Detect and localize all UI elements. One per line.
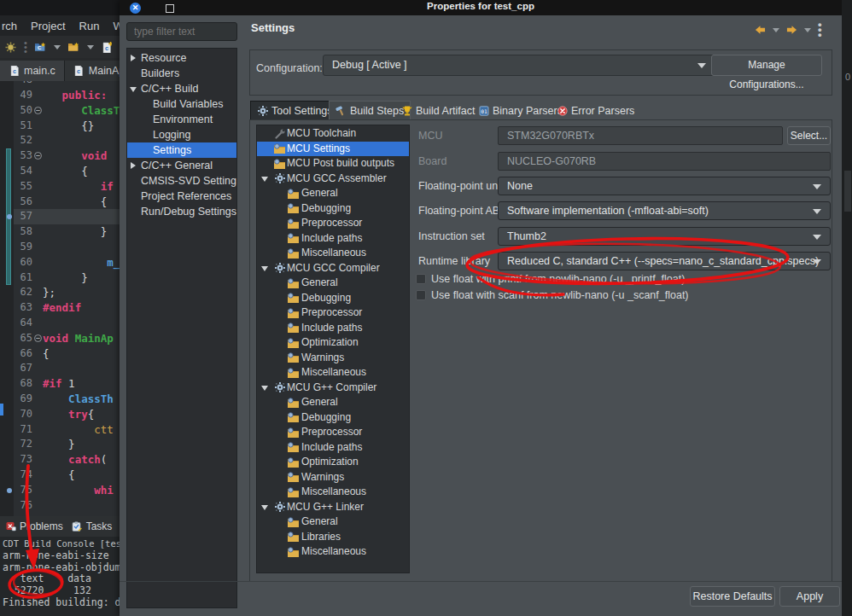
tree-caret-icon[interactable]	[261, 177, 268, 182]
code-line-69: 69 ClassTh	[0, 392, 120, 407]
filter-input[interactable]	[126, 22, 237, 41]
properties-tree-item-cmsis-svd-settings[interactable]: CMSIS-SVD Settings	[127, 173, 237, 189]
tool-tree-item-miscellaneous[interactable]: Miscellaneous	[257, 246, 410, 261]
tool-tree-item-include-paths[interactable]: Include paths	[257, 321, 410, 336]
properties-tree-item-logging[interactable]: Logging	[127, 127, 237, 142]
code-line-55: 55 if	[0, 179, 120, 195]
tree-caret-icon[interactable]	[131, 55, 136, 61]
restore-defaults-button[interactable]: Restore Defaults	[690, 586, 775, 607]
toolbar-dropdown-chevron-icon[interactable]	[87, 45, 94, 49]
history-nav: •••	[755, 22, 822, 38]
tool-tree-item-include-paths[interactable]: Include paths	[257, 231, 410, 247]
properties-tree-item-resource[interactable]: Resource	[127, 50, 237, 66]
run-external-tool-icon[interactable]	[5, 42, 16, 53]
properties-tree-item-c-c-general[interactable]: C/C++ General	[127, 158, 237, 173]
tree-caret-icon[interactable]	[131, 162, 136, 169]
tree-caret-icon[interactable]	[261, 386, 268, 391]
tree-caret-icon[interactable]	[261, 266, 268, 271]
tool-tree-item-miscellaneous[interactable]: Miscellaneous	[257, 544, 410, 560]
tool-tree-item-general[interactable]: General	[257, 395, 410, 410]
tree-caret-icon[interactable]	[130, 87, 137, 92]
forward-arrow-icon[interactable]	[786, 25, 797, 36]
tool-tree-item-optimization[interactable]: Optimization	[257, 455, 410, 470]
tool-tree-item-preprocessor[interactable]: Preprocessor	[257, 305, 410, 321]
tool-tree-item-warnings[interactable]: Warnings	[257, 470, 410, 485]
tool-tree-item-libraries[interactable]: Libraries	[257, 530, 410, 545]
menu-item-rch[interactable]: rch	[2, 20, 17, 32]
input-board[interactable]: NUCLEO-G070RB	[498, 152, 831, 171]
checkbox-row-1[interactable]: Use float with printf from newlib-nano (…	[416, 273, 685, 285]
tab-tool-settings[interactable]: Tool Settings	[250, 101, 340, 120]
back-history-chevron-icon[interactable]	[773, 28, 779, 32]
back-arrow-icon[interactable]	[755, 25, 766, 36]
properties-tree-item-c-c-build[interactable]: C/C++ Build	[127, 81, 237, 96]
view-menu-icon[interactable]: •••	[818, 22, 822, 38]
tool-tree-item-miscellaneous[interactable]: Miscellaneous	[257, 365, 410, 381]
configuration-select[interactable]: Debug [ Active ]	[323, 55, 715, 76]
tool-tree-item-preprocessor[interactable]: Preprocessor	[257, 425, 410, 440]
editor-tab-mainap[interactable]: cMainAp	[65, 61, 120, 81]
folder-icon	[288, 516, 299, 527]
tab-build-artifact[interactable]: Build Artifact	[395, 101, 481, 120]
fold-collapse-icon[interactable]: −	[34, 152, 42, 160]
menu-item-project[interactable]: Project	[31, 20, 65, 32]
tool-tree-item-mcu-g-linker[interactable]: MCU G++ Linker	[257, 500, 410, 515]
properties-tree-item-environment[interactable]: Environment	[127, 112, 237, 127]
select-instruction-set[interactable]: Thumb2	[498, 227, 831, 246]
tool-tree-item-miscellaneous[interactable]: Miscellaneous	[257, 485, 410, 500]
tool-tree-item-preprocessor[interactable]: Preprocessor	[257, 216, 410, 231]
fold-collapse-icon[interactable]: −	[34, 107, 42, 114]
console-tab-problems[interactable]: Problems	[5, 520, 63, 532]
apply-button[interactable]: Apply	[779, 586, 840, 607]
menu-item-run[interactable]: Run	[79, 20, 100, 32]
checkbox-icon[interactable]	[416, 274, 426, 284]
editor-tab-main-c[interactable]: cmain.c	[0, 61, 65, 81]
tool-tree-item-optimization[interactable]: Optimization	[257, 335, 410, 351]
fold-collapse-icon[interactable]: −	[34, 334, 42, 342]
chevron-down-icon	[813, 209, 821, 214]
tool-tree-item-warnings[interactable]: Warnings	[257, 351, 410, 366]
tree-caret-icon[interactable]	[261, 505, 268, 510]
checkbox-label: Use float with scanf from newlib-nano (-…	[431, 289, 689, 301]
tool-tree-item-mcu-post-build-outputs[interactable]: MCU Post build outputs	[257, 156, 410, 171]
tool-tree-item-debugging[interactable]: Debugging	[257, 291, 410, 306]
tool-tree-item-mcu-settings[interactable]: MCU Settings	[257, 142, 410, 157]
select-runtime-library[interactable]: Reduced C, standard C++ (--specs=nano_c_…	[498, 252, 831, 270]
properties-tree-item-settings[interactable]: Settings	[127, 142, 237, 158]
toolbar-dropdown-chevron-icon[interactable]	[54, 45, 61, 49]
tool-tree-item-mcu-gcc-assembler[interactable]: MCU GCC Assembler	[257, 171, 410, 187]
input-mcu[interactable]: STM32G070RBTx	[498, 126, 783, 145]
new-project-icon[interactable]	[68, 42, 79, 53]
code-line-49: 49 public:	[0, 88, 120, 103]
tool-tree-item-general[interactable]: General	[257, 514, 410, 530]
mcu-select-button[interactable]: Select...	[787, 126, 831, 145]
tool-tree-item-mcu-toolchain[interactable]: MCU Toolchain	[257, 126, 410, 142]
tool-tree-item-general[interactable]: General	[257, 276, 410, 291]
manage-configurations-button[interactable]: Manage Configurations...	[711, 55, 822, 76]
tree-item-label: Preprocessor	[301, 425, 362, 440]
tool-tree-item-debugging[interactable]: Debugging	[257, 410, 410, 426]
tool-tree-item-mcu-g-compiler[interactable]: MCU G++ Compiler	[257, 381, 410, 396]
console-line: arm-none-eabi-size	[3, 550, 121, 562]
checkbox-icon[interactable]	[416, 290, 426, 300]
tool-tree-item-debugging[interactable]: Debugging	[257, 201, 410, 217]
tool-tree-item-include-paths[interactable]: Include paths	[257, 440, 410, 456]
tool-tree-item-mcu-gcc-compiler[interactable]: MCU GCC Compiler	[257, 261, 410, 276]
properties-tree-item-builders[interactable]: Builders	[127, 66, 237, 81]
properties-tree-item-build-variables[interactable]: Build Variables	[127, 96, 237, 112]
properties-tree-item-run-debug-settings[interactable]: Run/Debug Settings	[127, 204, 237, 219]
select-floating-point-abi[interactable]: Software implementation (-mfloat-abi=sof…	[498, 201, 831, 220]
forward-history-chevron-icon[interactable]	[804, 28, 811, 32]
console-tab-tasks[interactable]: Tasks	[72, 520, 113, 532]
gear-icon	[274, 382, 285, 393]
tree-item-label: General	[301, 186, 338, 201]
new-c-project-icon[interactable]: C	[35, 42, 46, 53]
new-c-file-icon[interactable]: c	[102, 42, 113, 53]
tree-item-label: Resource	[141, 50, 187, 66]
properties-tree-item-project-references[interactable]: Project References	[127, 189, 237, 204]
checkbox-row-2[interactable]: Use float with scanf from newlib-nano (-…	[416, 289, 689, 301]
tab-error-parsers[interactable]: Error Parsers	[551, 101, 640, 120]
tool-tree-item-general[interactable]: General	[257, 186, 410, 201]
select-floating-point-unit[interactable]: None	[498, 177, 831, 195]
dialog-title: Properties for test_cpp	[120, 1, 842, 11]
